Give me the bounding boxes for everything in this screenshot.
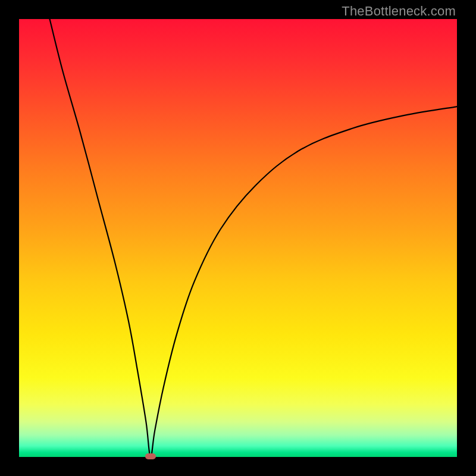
minimum-marker	[145, 453, 156, 459]
chart-frame: TheBottleneck.com	[0, 0, 476, 476]
plot-area	[19, 19, 457, 457]
watermark-text: TheBottleneck.com	[342, 4, 456, 19]
bottleneck-curve	[50, 19, 457, 457]
curve-layer	[19, 19, 457, 457]
